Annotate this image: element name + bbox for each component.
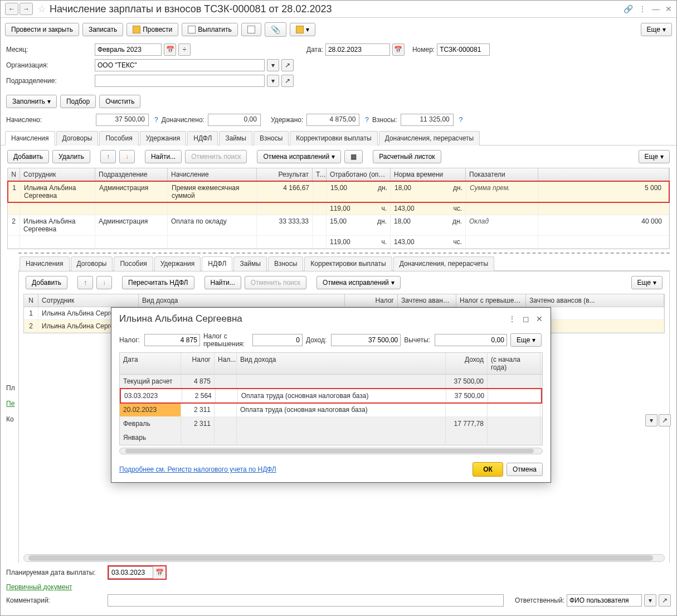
responsible-dropdown-button[interactable]: ▾ xyxy=(644,594,656,607)
ndfl-th-n[interactable]: N xyxy=(24,294,38,307)
move-down-button[interactable]: ↓ xyxy=(119,150,135,163)
tab-recalculations[interactable]: Доначисления, перерасчеты xyxy=(379,131,480,145)
find-button[interactable]: Найти... xyxy=(145,150,182,163)
dialog-row[interactable]: Февраль2 31117 777,78 xyxy=(120,417,542,431)
kebab-icon[interactable]: ⋮ xyxy=(639,4,646,13)
tab-contributions[interactable]: Взносы xyxy=(254,131,289,145)
org-open-button[interactable]: ↗ xyxy=(281,59,294,71)
dept-open-button[interactable]: ↗ xyxy=(281,75,294,87)
ndfl-th-employee[interactable]: Сотрудник xyxy=(38,294,139,307)
tab-pay-corrections[interactable]: Корректировки выплаты xyxy=(290,131,377,145)
dialog-row[interactable]: 03.03.20232 564Оплата труда (основная на… xyxy=(120,388,542,404)
dialog-row[interactable]: 20.02.20232 311Оплата труда (основная на… xyxy=(120,403,542,417)
org-input[interactable] xyxy=(95,59,265,71)
favorite-icon[interactable]: ☆ xyxy=(37,3,46,15)
tab2-contributions[interactable]: Взносы xyxy=(268,256,303,271)
dialog-kebab-icon[interactable]: ⋮ xyxy=(508,314,516,323)
ndfl-register-link[interactable]: Подробнее см. Регистр налогового учета п… xyxy=(119,465,276,473)
ndfl-th-advance[interactable]: Зачтено авансов xyxy=(398,294,456,307)
ndfl-hscroll[interactable] xyxy=(23,554,665,562)
number-input[interactable] xyxy=(437,43,490,56)
th-n[interactable]: N xyxy=(8,168,20,181)
date-calendar-button[interactable]: 📅 xyxy=(392,43,405,56)
dialog-row[interactable]: Текущий расчет4 87537 500,00 xyxy=(120,375,542,389)
select-button[interactable]: Подбор xyxy=(60,95,96,108)
dialog-close-icon[interactable]: ✕ xyxy=(536,314,543,323)
th-department[interactable]: Подразделение xyxy=(95,168,168,181)
planned-date-calendar-button[interactable]: 📅 xyxy=(153,566,165,579)
cancel-fix-button[interactable]: Отмена исправлений ▾ xyxy=(257,150,341,163)
close-icon[interactable]: ✕ xyxy=(665,4,672,13)
tab2-loans[interactable]: Займы xyxy=(233,256,267,271)
responsible-input[interactable] xyxy=(567,594,642,607)
ndfl-find-button[interactable]: Найти... xyxy=(204,276,241,289)
month-spin-button[interactable]: ÷ xyxy=(178,43,191,56)
pay-button[interactable]: Выплатить xyxy=(182,23,238,36)
dlg-th-from-start[interactable]: (с начала года) xyxy=(488,353,540,374)
dlg-more-button[interactable]: Еще ▾ xyxy=(510,333,542,347)
recalc-ndfl-button[interactable]: Пересчитать НДФЛ xyxy=(122,276,194,289)
date-input[interactable] xyxy=(325,43,390,56)
tab-accruals[interactable]: Начисления xyxy=(5,131,55,145)
tab-contracts[interactable]: Договоры xyxy=(56,131,99,145)
accrued-help-icon[interactable]: ? xyxy=(154,116,158,124)
th-accrual[interactable]: Начисление xyxy=(168,168,257,181)
ndfl-th-advance2[interactable]: Зачтено авансов (в... xyxy=(526,294,664,307)
attachments-button[interactable]: 📎 xyxy=(265,22,286,37)
dlg-tax-input[interactable] xyxy=(144,334,200,346)
dlg-th-date[interactable]: Дата xyxy=(120,353,181,374)
dept-input[interactable] xyxy=(95,75,265,87)
dlg-income-input[interactable] xyxy=(331,334,401,346)
planned-date-input[interactable] xyxy=(109,566,153,579)
tab-benefits[interactable]: Пособия xyxy=(99,131,138,145)
nav-back-button[interactable]: ← xyxy=(5,3,18,15)
payslip-button[interactable]: Расчетный листок xyxy=(373,150,441,163)
more-button[interactable]: Еще ▾ xyxy=(641,23,672,36)
th-indicators[interactable]: Показатели xyxy=(466,168,538,181)
dlg-deductions-input[interactable] xyxy=(435,334,507,346)
ndfl-th-income-type[interactable]: Вид дохода xyxy=(139,294,345,307)
clear-button[interactable]: Очистить xyxy=(99,95,140,108)
ndfl-add-button[interactable]: Добавить xyxy=(26,276,67,289)
accruals-row[interactable]: 1Ильина Альбина СергеевнаАдминистрацияПр… xyxy=(7,181,670,203)
report-button[interactable] xyxy=(241,23,261,36)
th-norm[interactable]: Норма времени xyxy=(391,168,466,181)
tab2-accruals[interactable]: Начисления xyxy=(20,256,70,271)
nav-forward-button[interactable]: → xyxy=(20,3,33,15)
more-accruals-button[interactable]: Еще ▾ xyxy=(639,150,670,163)
tab-loans[interactable]: Займы xyxy=(219,131,252,145)
dlg-th-tax[interactable]: Налог xyxy=(181,353,215,374)
delete-button[interactable]: Удалить xyxy=(52,150,90,163)
post-button[interactable]: Провести xyxy=(126,23,178,36)
dialog-ok-button[interactable]: ОК xyxy=(473,462,503,477)
dialog-hscroll[interactable] xyxy=(119,448,543,454)
show-details-button[interactable]: ▦ xyxy=(344,150,363,163)
tab2-deductions[interactable]: Удержания xyxy=(154,256,201,271)
cancel-search-button[interactable]: Отменить поиск xyxy=(185,150,247,163)
add-button[interactable]: Добавить xyxy=(7,150,49,163)
tab2-contracts[interactable]: Договоры xyxy=(71,256,113,271)
post-and-close-button[interactable]: Провести и закрыть xyxy=(5,23,79,36)
tab2-ndfl[interactable]: НДФЛ xyxy=(202,256,232,271)
tab-deductions[interactable]: Удержания xyxy=(140,131,187,145)
ndfl-move-up-button[interactable]: ↑ xyxy=(77,276,93,289)
save-button[interactable]: Записать xyxy=(82,23,123,36)
ndfl-th-excess[interactable]: Налог с превышения xyxy=(456,294,526,307)
th-worked[interactable]: Отработано (опл... xyxy=(327,168,391,181)
link-icon[interactable]: 🔗 xyxy=(624,4,633,13)
dialog-maximize-icon[interactable]: ◻ xyxy=(523,314,529,323)
dept-dropdown-button[interactable]: ▾ xyxy=(267,75,279,87)
dialog-row[interactable]: Январь xyxy=(120,431,542,445)
tab2-recalculations[interactable]: Доначисления, перерасчеты xyxy=(393,256,494,271)
ndfl-move-down-button[interactable]: ↓ xyxy=(96,276,112,289)
dialog-cancel-button[interactable]: Отмена xyxy=(506,463,543,476)
accruals-row[interactable]: 2Ильина Альбина СергеевнаАдминистрацияОп… xyxy=(8,215,669,236)
right-dropdown-button[interactable]: ▾ xyxy=(645,414,657,426)
contrib-help-icon[interactable]: ? xyxy=(459,116,463,124)
tab2-pay-corrections[interactable]: Корректировки выплаты xyxy=(304,256,392,271)
ndfl-cancel-search-button[interactable]: Отменить поиск xyxy=(245,276,306,289)
th-employee[interactable]: Сотрудник xyxy=(20,168,95,181)
ndfl-more-button[interactable]: Еще ▾ xyxy=(631,276,663,289)
month-calendar-button[interactable]: 📅 xyxy=(164,43,176,56)
th-result[interactable]: Результат xyxy=(257,168,313,181)
